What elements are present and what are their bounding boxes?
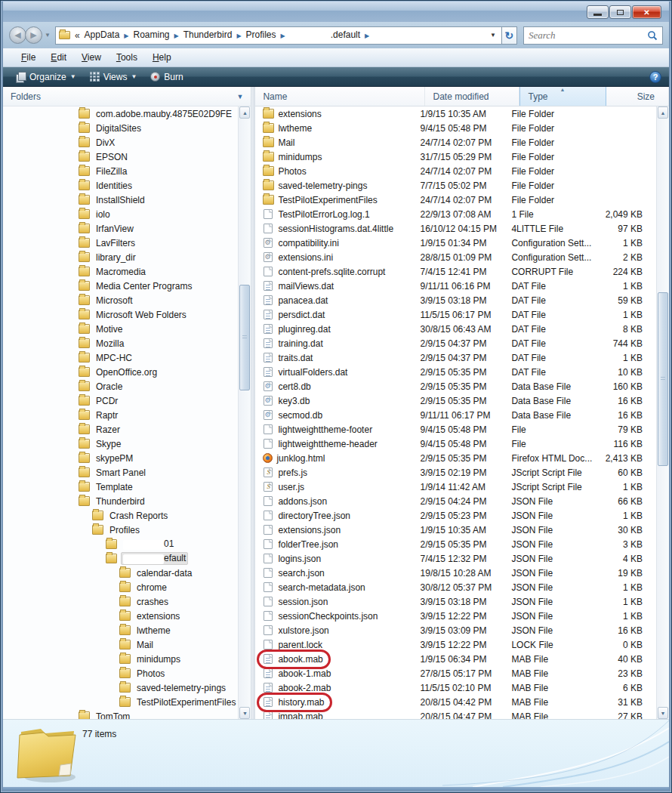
sidebar-item-profiles[interactable]: Profiles bbox=[3, 523, 238, 537]
breadcrumb-separator-icon[interactable]: ▶ bbox=[362, 32, 372, 39]
scroll-up-icon[interactable]: ▲ bbox=[658, 106, 668, 119]
file-name[interactable]: session.json bbox=[278, 597, 328, 607]
file-row[interactable]: search-metadata.json30/8/12 05:37 PMJSON… bbox=[255, 580, 656, 594]
sidebar-item-oracle[interactable]: Oracle bbox=[3, 379, 238, 393]
file-row[interactable]: key3.db2/9/15 05:35 PMData Base File16 K… bbox=[255, 393, 656, 408]
file-name[interactable]: panacea.dat bbox=[278, 295, 328, 306]
refresh-button[interactable]: ↻ bbox=[502, 26, 517, 45]
file-row[interactable]: parent.lock3/9/15 12:22 PMLOCK File0 KB bbox=[255, 637, 656, 652]
file-row[interactable]: mailViews.dat9/11/11 06:16 PMDAT File1 K… bbox=[255, 279, 656, 293]
file-row[interactable]: lightweighttheme-footer9/4/15 05:48 PMFi… bbox=[255, 422, 656, 437]
sidebar-item-efault[interactable]: efault bbox=[3, 551, 238, 566]
file-name[interactable]: content-prefs.sqlite.corrupt bbox=[278, 267, 385, 277]
file-name[interactable]: lightweighttheme-header bbox=[278, 439, 377, 449]
file-row[interactable]: extensions.json1/9/15 10:35 AMJSON File3… bbox=[255, 523, 656, 537]
organize-button[interactable]: Organize▼ bbox=[9, 69, 83, 85]
sidebar-item-saved-telemetry-pings[interactable]: saved-telemetry-pings bbox=[3, 680, 238, 695]
file-name[interactable]: folderTree.json bbox=[278, 539, 338, 550]
breadcrumb-overflow-chevron[interactable]: « bbox=[75, 30, 80, 41]
file-name[interactable]: minidumps bbox=[278, 152, 322, 162]
file-name[interactable]: user.js bbox=[278, 482, 304, 492]
file-name[interactable]: compatibility.ini bbox=[278, 238, 338, 248]
breadcrumb-segment[interactable]: Roaming bbox=[131, 29, 171, 40]
column-header-name[interactable]: Name bbox=[255, 87, 425, 106]
sidebar-item-calendar-data[interactable]: calendar-data bbox=[3, 566, 238, 580]
sidebar-item-filezilla[interactable]: FileZilla bbox=[3, 164, 238, 178]
minimize-button[interactable] bbox=[587, 5, 609, 19]
help-button[interactable]: ? bbox=[649, 71, 661, 83]
sidebar-item-identities[interactable]: Identities bbox=[3, 178, 238, 193]
sidebar-item-divx[interactable]: DivX bbox=[3, 135, 238, 150]
column-header-date-modified[interactable]: Date modified bbox=[425, 87, 519, 106]
sidebar-item-microsoft[interactable]: Microsoft bbox=[3, 293, 238, 307]
file-name[interactable]: search.json bbox=[278, 568, 324, 579]
sidebar-item-photos[interactable]: Photos bbox=[3, 666, 238, 680]
file-row[interactable]: extensions.ini28/8/15 01:09 PMConfigurat… bbox=[255, 250, 656, 264]
sidebar-item-epson[interactable]: EPSON bbox=[3, 150, 238, 164]
file-row[interactable]: abook-2.mab11/5/15 02:10 PMMAB File6 KB bbox=[255, 680, 656, 695]
sidebar-item-thunderbird[interactable]: Thunderbird bbox=[3, 494, 238, 508]
sidebar-item-library-dir[interactable]: library_dir bbox=[3, 250, 238, 264]
file-name[interactable]: junklog.html bbox=[276, 453, 325, 464]
file-name[interactable]: cert8.db bbox=[278, 381, 310, 392]
file-name[interactable]: secmod.db bbox=[278, 410, 322, 421]
file-row[interactable]: Photos24/7/14 02:07 PMFile Folder bbox=[255, 164, 656, 178]
file-row[interactable]: virtualFolders.dat2/9/15 05:35 PMDAT Fil… bbox=[255, 365, 656, 379]
scroll-down-icon[interactable]: ▼ bbox=[239, 707, 250, 719]
file-row[interactable]: impab.mab20/8/15 04:47 PMMAB File27 KB bbox=[255, 709, 656, 719]
file-row[interactable]: content-prefs.sqlite.corrupt7/4/15 12:41… bbox=[255, 264, 656, 279]
file-row[interactable]: session.json3/9/15 03:18 PMJSON File1 KB bbox=[255, 594, 656, 609]
sidebar-item-openoffice-org[interactable]: OpenOffice.org bbox=[3, 365, 238, 379]
file-row[interactable]: lightweighttheme-header9/4/15 05:48 PMFi… bbox=[255, 437, 656, 451]
breadcrumb-separator-icon[interactable]: ▶ bbox=[233, 32, 244, 39]
sidebar-item-extensions[interactable]: extensions bbox=[3, 609, 238, 623]
sidebar-item-crash-reports[interactable]: Crash Reports bbox=[3, 508, 238, 523]
sidebar-item-testpilotexperimentfiles[interactable]: TestPilotExperimentFiles bbox=[3, 695, 238, 709]
file-row[interactable]: lwtheme9/4/15 05:48 PMFile Folder bbox=[255, 121, 656, 135]
column-header-size[interactable]: Size bbox=[606, 87, 669, 106]
menu-item-help[interactable]: Help bbox=[145, 50, 179, 65]
breadcrumb-segment[interactable]: Profiles bbox=[245, 29, 278, 40]
list-scrollbar[interactable]: ▲ ▼ bbox=[656, 106, 669, 719]
sidebar-item-digitalsites[interactable]: DigitalSites bbox=[3, 121, 238, 135]
breadcrumb-segment[interactable]: AppData bbox=[83, 29, 122, 40]
menu-item-edit[interactable]: Edit bbox=[43, 50, 74, 65]
file-row[interactable]: minidumps31/7/15 05:29 PMFile Folder bbox=[255, 150, 656, 164]
file-name[interactable]: impab.mab bbox=[278, 711, 322, 720]
folders-pane-header[interactable]: Folders ▼ bbox=[3, 87, 251, 106]
file-row[interactable]: directoryTree.json2/9/15 05:23 PMJSON Fi… bbox=[255, 508, 656, 523]
file-name[interactable]: search-metadata.json bbox=[278, 582, 365, 593]
sidebar-item-crashes[interactable]: crashes bbox=[3, 594, 238, 609]
file-name[interactable]: lightweighttheme-footer bbox=[278, 424, 372, 435]
file-name[interactable]: mailViews.dat bbox=[278, 281, 334, 292]
file-row[interactable]: folderTree.json2/9/15 05:35 PMJSON File3… bbox=[255, 537, 656, 551]
search-box[interactable] bbox=[523, 26, 663, 45]
file-row[interactable]: persdict.dat11/5/15 06:17 PMDAT File1 KB bbox=[255, 307, 656, 322]
file-row[interactable]: Mail24/7/14 02:07 PMFile Folder bbox=[255, 135, 656, 150]
file-row[interactable]: search.json19/8/15 10:28 AMJSON File19 K… bbox=[255, 566, 656, 580]
file-name[interactable]: training.dat bbox=[278, 338, 322, 349]
recent-pages-dropdown-icon[interactable]: ▼ bbox=[45, 32, 51, 39]
file-row[interactable]: abook.mab1/9/15 06:34 PMMAB File40 KB bbox=[255, 652, 656, 666]
sidebar-item-macromedia[interactable]: Macromedia bbox=[3, 264, 238, 279]
sidebar-item-pcdr[interactable]: PCDr bbox=[3, 393, 238, 408]
file-row[interactable]: secmod.db9/11/11 06:17 PMData Base File1… bbox=[255, 408, 656, 422]
file-row[interactable]: xulstore.json3/9/15 03:09 PMJSON File16 … bbox=[255, 623, 656, 637]
sidebar-item-motive[interactable]: Motive bbox=[3, 322, 238, 336]
sidebar-item-com-adobe-mauby-4875e02d9fe[interactable]: com.adobe.mauby.4875E02D9FE bbox=[3, 106, 238, 121]
sidebar-item-media-center-programs[interactable]: Media Center Programs bbox=[3, 279, 238, 293]
sidebar-item-skype[interactable]: Skype bbox=[3, 437, 238, 451]
file-row[interactable]: compatibility.ini1/9/15 01:34 PMConfigur… bbox=[255, 236, 656, 250]
file-name[interactable]: abook-1.mab bbox=[278, 668, 331, 679]
sidebar-item-lwtheme[interactable]: lwtheme bbox=[3, 623, 238, 637]
breadcrumb-separator-icon[interactable]: ▶ bbox=[121, 32, 131, 39]
file-row[interactable]: history.mab20/8/15 04:42 PMMAB File31 KB bbox=[255, 695, 656, 709]
breadcrumb[interactable]: « AppData▶Roaming▶Thunderbird▶Profiles▶.… bbox=[55, 26, 502, 45]
file-name[interactable]: parent.lock bbox=[278, 640, 322, 650]
breadcrumb-segment[interactable]: Thunderbird bbox=[182, 29, 234, 40]
sidebar-scroll-thumb[interactable] bbox=[239, 285, 250, 390]
scroll-up-icon[interactable]: ▲ bbox=[239, 106, 250, 119]
file-row[interactable]: pluginreg.dat30/8/15 06:43 AMDAT File8 K… bbox=[255, 322, 656, 336]
sidebar-item-razer[interactable]: Razer bbox=[3, 422, 238, 437]
file-row[interactable]: user.js1/9/14 11:42 AMJScript Script Fil… bbox=[255, 480, 656, 494]
